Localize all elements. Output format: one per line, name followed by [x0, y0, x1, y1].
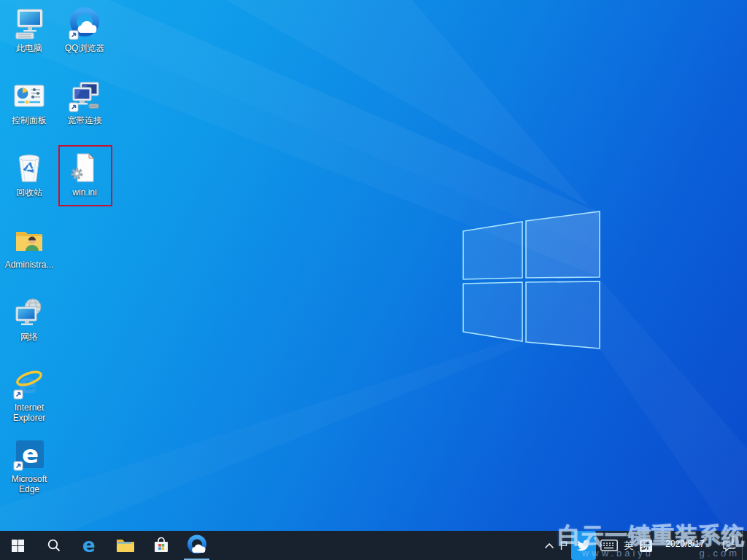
- desktop-icon-internet-explorer[interactable]: e Internet Explorer: [1, 367, 57, 423]
- shortcut-arrow-icon: [69, 103, 78, 112]
- desktop-icon-label: 控制面板: [1, 115, 57, 125]
- broadband-connection-icon: [68, 79, 101, 113]
- desktop-icon-broadband[interactable]: 宽带连接: [57, 79, 112, 125]
- twitter-bird-icon: [576, 539, 591, 552]
- desktop-icon-this-pc[interactable]: 此电脑: [1, 7, 57, 53]
- win-ini-highlight-box: [58, 145, 112, 206]
- tray-app-button[interactable]: [558, 531, 570, 560]
- this-pc-icon: [12, 7, 46, 41]
- microsoft-store-icon: [152, 536, 170, 555]
- taskbar: e: [0, 531, 747, 560]
- internet-explorer-icon: e: [12, 367, 46, 400]
- language-indicator[interactable]: 英: [621, 531, 637, 560]
- recycle-bin-icon: [12, 152, 46, 185]
- action-center-button[interactable]: 1: [716, 531, 742, 560]
- microsoft-edge-icon: e: [12, 438, 46, 472]
- edge-icon: e: [80, 535, 100, 556]
- control-panel-icon: [12, 79, 46, 113]
- desktop-icon-admin-folder[interactable]: Administra...: [1, 224, 57, 270]
- desktop-icon-label: 网络: [1, 332, 57, 342]
- file-explorer-button[interactable]: [107, 531, 143, 560]
- qq-browser-button[interactable]: [179, 531, 214, 560]
- touch-keyboard-button[interactable]: [597, 531, 621, 560]
- svg-text:e: e: [22, 440, 39, 469]
- desktop-icon-label: Administra...: [1, 260, 57, 270]
- show-desktop-button[interactable]: [742, 531, 747, 560]
- flag-icon: [560, 540, 568, 551]
- desktop: 此电脑 控制面板 回收站: [0, 0, 747, 560]
- store-button[interactable]: [143, 531, 179, 560]
- desktop-icon-network[interactable]: 网络: [1, 296, 57, 342]
- windows-logo: [463, 211, 600, 349]
- desktop-icon-label: QQ浏览器: [57, 43, 112, 53]
- clock[interactable]: 2020/8/17: [654, 531, 716, 560]
- ime-pinyin-label: 拼: [640, 540, 652, 552]
- shortcut-arrow-icon: [14, 390, 23, 399]
- file-explorer-icon: [116, 537, 135, 553]
- qq-browser-icon: [186, 534, 208, 556]
- chevron-up-icon: [544, 542, 554, 549]
- desktop-icon-label: 此电脑: [1, 43, 57, 53]
- desktop-icon-microsoft-edge[interactable]: e Microsoft Edge: [1, 438, 57, 494]
- windows-start-icon: [12, 540, 24, 552]
- svg-text:e: e: [82, 535, 96, 556]
- desktop-icon-label: Microsoft Edge: [1, 474, 57, 494]
- desktop-icon-qq-browser[interactable]: QQ浏览器: [57, 7, 112, 53]
- network-icon: [12, 296, 46, 330]
- administrator-folder-icon: [12, 224, 46, 257]
- desktop-icon-label: 宽带连接: [57, 115, 112, 125]
- keyboard-icon: [600, 540, 618, 551]
- taskbar-edge-button[interactable]: e: [71, 531, 107, 560]
- search-icon: [47, 538, 61, 553]
- shortcut-arrow-icon: [69, 31, 78, 39]
- start-button[interactable]: [0, 531, 36, 560]
- desktop-icon-label: 回收站: [1, 187, 57, 198]
- clock-date: 2020/8/17: [665, 539, 704, 549]
- desktop-icon-recycle-bin[interactable]: 回收站: [1, 152, 57, 198]
- qq-browser-icon: [68, 7, 101, 41]
- desktop-icon-control-panel[interactable]: 控制面板: [1, 79, 57, 125]
- tray-expand-button[interactable]: [541, 531, 558, 560]
- desktop-icon-label: Internet Explorer: [1, 402, 57, 423]
- shortcut-arrow-icon: [14, 462, 23, 470]
- notification-badge: 1: [727, 536, 739, 548]
- twitter-tray-button[interactable]: [571, 531, 596, 560]
- system-tray: 英 拼 2020/8/17 1: [541, 531, 747, 560]
- search-button[interactable]: [36, 531, 71, 560]
- ime-pinyin-badge[interactable]: 拼: [637, 531, 654, 560]
